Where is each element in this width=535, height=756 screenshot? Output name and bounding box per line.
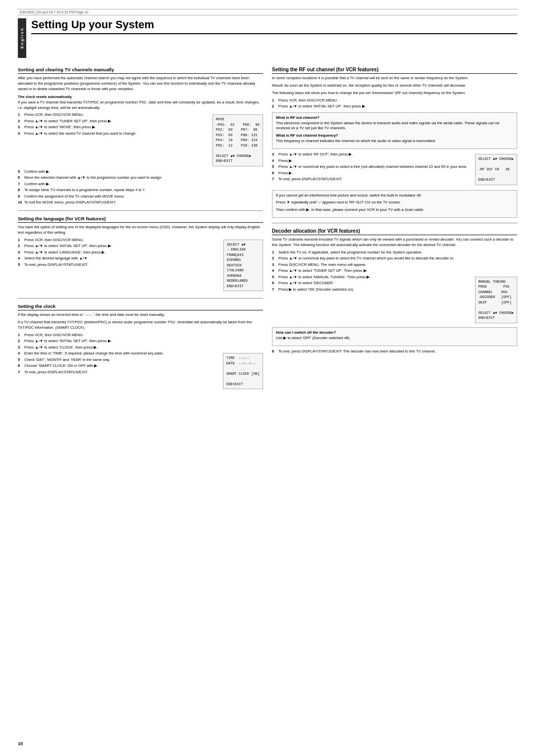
sorting-step-8: 8To assign other TV channels to a progra…	[18, 188, 263, 193]
clock-screen-box: TIME --:-- DATE --/--/-- SMART CLOCK [ON…	[223, 353, 263, 389]
sorting-step-2: 2Press ▲/▼ to select 'TUNER SET UP', the…	[18, 119, 210, 124]
right-column: Setting the RF out channel (for VCR feat…	[272, 62, 517, 391]
left-column: Sorting and clearing TV channels manuall…	[18, 62, 263, 391]
rf-step-3: 3Press ▲/▼ to select 'RF OUT', then pres…	[272, 152, 472, 157]
language-steps-list: 1Press VCR, then DISC/VCR MENU. 2Press ▲…	[18, 238, 220, 268]
sorting-step-6: 6Move the selected channel with ▲/▼ to t…	[18, 175, 263, 181]
clock-resets-text: If you save a TV channel that transmits …	[18, 100, 263, 111]
clock-step-5: 5Check 'DAY', 'MONTH' and 'YEAR' in the …	[18, 357, 220, 363]
sorting-steps-area: 1Press VCR, then DISC/VCR MENU. 2Press ▲…	[18, 112, 263, 168]
decoder-step8-list: 8 To end, press DISPLAY/STATUS/EXIT. The…	[272, 349, 517, 354]
rf-step-5: 5Press ▲/▼ or numerical key pads to sele…	[272, 164, 472, 170]
clock-step-1: 1Press VCR, then DISC/VCR MENU.	[18, 333, 263, 338]
interference-text-3: Then confirm with ▶. In that case, pleas…	[276, 207, 513, 213]
rf-step-6: 6Press ▶.	[272, 171, 472, 176]
section-clock: Setting the clock If the display shows a…	[18, 303, 263, 391]
lang-step-5: 5To end, press DISPLAY/STATUS/EXIT.	[18, 262, 220, 268]
rf-step-7: 7To end, press DISPLAY/STATUS/EXIT.	[272, 177, 472, 182]
rf-step-1: 1Press VCR, then DISC/VCR MENU.	[272, 98, 517, 103]
doc-ref: E9015ED_EN.qx3 03.7.29 6:32 PM Page 10	[20, 10, 88, 14]
what-is-rf-text: This electronic component in the System …	[276, 121, 513, 132]
rf-screen-box: SELECT ▲▼ CHOOSE▶ →RF OUT CH 36 END=EXIT	[475, 154, 517, 185]
clock-step-7: 7To end, press DISPLAY/STATUS/EXIT.	[18, 370, 220, 375]
what-is-rf-box: What is RF out channel? This electronic …	[272, 112, 517, 149]
clock-screen: TIME --:-- DATE --/--/-- SMART CLOCK [ON…	[223, 351, 263, 391]
what-is-rf-heading: What is RF out channel?	[276, 115, 513, 121]
sorting-step-1: 1Press VCR, then DISC/VCR MENU.	[18, 112, 210, 118]
clock-step-4: 4Enter the time in 'TIME'. If required, …	[18, 351, 220, 356]
interference-note: If you cannot get an interference-free p…	[272, 190, 517, 218]
decoder-step-6: 6Press ▲/▼ to select 'DECODER'.	[272, 281, 472, 286]
language-screen-box: SELECT ▲▼ → ENGLISH FRANÇAIS ESPAÑOL DEU…	[223, 240, 263, 292]
rf-result: Result: As soon as the System is switche…	[272, 83, 517, 89]
rf-step-4: 4Press ▶.	[272, 158, 472, 164]
lang-step-2: 2Press ▲/▼ to select 'INITIAL SET UP', t…	[18, 244, 220, 249]
page-number: 10	[18, 741, 23, 746]
clock-steps-remaining: 4Enter the time in 'TIME'. If required, …	[18, 351, 220, 376]
decoder-steps-list-2: 5Press ▲/▼ to select 'MANUAL TUNING'. Th…	[272, 275, 472, 293]
section-decoder: Decoder allocation (for VCR features) So…	[272, 228, 517, 354]
divider-3	[272, 223, 517, 223]
how-to-switch-off-box: How can I switch off the decoder? Use ▶ …	[272, 327, 517, 346]
clock-resets-heading: The clock resets automatically	[18, 95, 263, 99]
decoder-intro: Some TV channels transmit encoded TV sig…	[272, 237, 517, 248]
rf-intro: In some reception locations it is possib…	[272, 76, 517, 81]
decoder-screen-box: MANUAL TUNING PROG P55 CHANNEL 055 →DECO…	[475, 277, 517, 323]
sorting-intro: After you have performed the automatic c…	[18, 76, 263, 92]
sorting-steps-list: 1Press VCR, then DISC/VCR MENU. 2Press ▲…	[18, 112, 210, 136]
sorting-screen-box: MOVE →P01: 02 P06: 90 P02: 03 P07: 08 P0…	[213, 114, 263, 166]
sorting-step-7: 7Confirm with ▶.	[18, 182, 263, 187]
section-rf-out: Setting the RF out channel (for VCR feat…	[272, 67, 517, 187]
doc-header: E9015ED_EN.qx3 03.7.29 6:32 PM Page 10	[18, 9, 517, 15]
sidebar-language-label: English	[18, 18, 26, 58]
sorting-screen: MOVE →P01: 02 P06: 90 P02: 03 P07: 08 P0…	[213, 112, 263, 168]
sorting-steps: 1Press VCR, then DISC/VCR MENU. 2Press ▲…	[18, 112, 210, 137]
page-container: E9015ED_EN.qx3 03.7.29 6:32 PM Page 10 E…	[0, 0, 535, 756]
sorting-step-9: 9Confirm the assignment of the TV channe…	[18, 194, 263, 200]
decoder-step-7: 7Press ▶ to select 'ON' (Decoder switche…	[272, 287, 472, 293]
switch-off-text: Use ▶ to select 'OFF' (Decoder switched …	[276, 336, 513, 341]
section-language: Setting the language (for VCR features) …	[18, 216, 263, 293]
rf-steps2: 3Press ▲/▼ to select 'RF OUT', then pres…	[272, 152, 472, 183]
section-decoder-title: Decoder allocation (for VCR features)	[272, 228, 517, 235]
sorting-step-5: 5Confirm with ▶.	[18, 169, 263, 175]
sorting-step-4: 4Press ▲/▼ to select the saved TV channe…	[18, 131, 210, 137]
divider-1	[18, 210, 263, 211]
section-sorting-title: Sorting and clearing TV channels manuall…	[18, 67, 263, 74]
clock-intro: If the display shows an incorrect time o…	[18, 312, 263, 318]
clock-step-6: 6Choose 'SMART CLOCK' ON or OFF with ▶.	[18, 363, 220, 369]
interference-text-1: If you cannot get an interference-free p…	[276, 193, 513, 199]
decoder-step-2: 2Press ▲/▼ or numerical key pads to sele…	[272, 256, 517, 261]
what-is-rf-freq-heading: What is RF out channel frequency?	[276, 133, 513, 139]
decoder-step-5: 5Press ▲/▼ to select 'MANUAL TUNING'. Th…	[272, 275, 472, 280]
lang-step-4: 4Select the desired language with ▲/▼.	[18, 256, 220, 261]
sorting-steps-list-2: 5Confirm with ▶. 6Move the selected chan…	[18, 169, 263, 205]
decoder-steps-remaining: 5Press ▲/▼ to select 'MANUAL TUNING'. Th…	[272, 275, 472, 294]
decoder-steps-area: 5Press ▲/▼ to select 'MANUAL TUNING'. Th…	[272, 275, 517, 325]
language-screen: SELECT ▲▼ → ENGLISH FRANÇAIS ESPAÑOL DEU…	[223, 238, 263, 294]
divider-2	[18, 298, 263, 299]
decoder-step-3: 3Press DISC/VCR MENU. The main menu will…	[272, 262, 517, 268]
sorting-step-10: 10To exit the MOVE menu, press DISPLAY/S…	[18, 200, 263, 205]
what-is-rf-freq-text: This frequency or channel indicates the …	[276, 139, 513, 144]
interference-text-2: Press ▼ repeatedly until '--' appears ne…	[276, 200, 513, 205]
decoder-step-1: 1Switch the TV on. If applicable, select…	[272, 250, 517, 255]
lang-step-1: 1Press VCR, then DISC/VCR MENU.	[18, 238, 220, 243]
main-content: Sorting and clearing TV channels manuall…	[18, 62, 517, 391]
page-title: Setting Up your System	[31, 18, 517, 34]
rf-steps1-list: 1Press VCR, then DISC/VCR MENU. 2Press ▲…	[272, 98, 517, 109]
section-rf-title: Setting the RF out channel (for VCR feat…	[272, 67, 517, 74]
rf-steps-intro: The following steps will show you how to…	[272, 91, 517, 96]
rf-steps2-area: 3Press ▲/▼ to select 'RF OUT', then pres…	[272, 152, 517, 187]
decoder-screen: MANUAL TUNING PROG P55 CHANNEL 055 →DECO…	[475, 275, 517, 325]
rf-screen: SELECT ▲▼ CHOOSE▶ →RF OUT CH 36 END=EXIT	[475, 152, 517, 187]
decoder-step-8: 8 To end, press DISPLAY/STATUS/EXIT. The…	[272, 349, 517, 354]
rf-step-2: 2Press ▲/▼ to select 'INITIAL SET UP', t…	[272, 104, 517, 109]
decoder-step-4: 4Press ▲/▼ to select 'TUNER SET UP'. The…	[272, 268, 517, 274]
page-title-row: English Setting Up your System	[18, 18, 517, 58]
clock-steps-list-2: 4Enter the time in 'TIME'. If required, …	[18, 351, 220, 375]
lang-step-3: 3Press ▲/▼ to select 'LANGUAGE', then pr…	[18, 250, 220, 255]
rf-steps2-list: 3Press ▲/▼ to select 'RF OUT', then pres…	[272, 152, 472, 182]
clock-step-3: 3Press ▲/▼ to select 'CLOCK', then press…	[18, 345, 263, 351]
clock-steps-area: 4Enter the time in 'TIME'. If required, …	[18, 351, 263, 391]
